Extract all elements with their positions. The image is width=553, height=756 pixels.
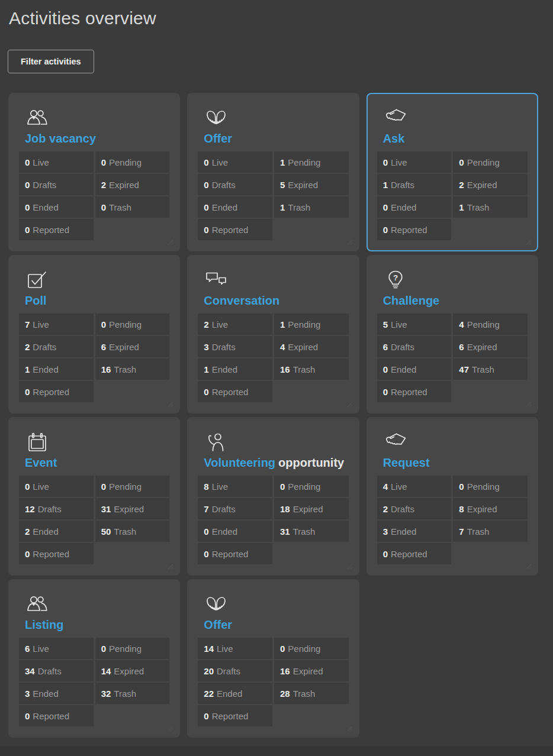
stat-cell-drafts[interactable]: 34Drafts <box>19 660 94 681</box>
stat-cell-trash[interactable]: 0Trash <box>95 196 170 218</box>
stat-cell-live[interactable]: 2Live <box>198 314 272 335</box>
stat-cell-live[interactable]: 14Live <box>198 638 272 659</box>
stat-cell-trash[interactable]: 50Trash <box>95 521 170 542</box>
stat-cell-pending[interactable]: 0Pending <box>95 151 170 173</box>
stat-cell-reported[interactable]: 0Reported <box>198 219 272 240</box>
stat-cell-reported[interactable]: 0Reported <box>377 219 452 240</box>
stat-cell-ended[interactable]: 0Ended <box>377 358 452 380</box>
card-title-link[interactable]: Challenge <box>383 293 528 308</box>
activity-card-offer[interactable]: Offer 0Live1Pending0Drafts5Expired0Ended… <box>187 93 359 251</box>
stat-cell-live[interactable]: 0Live <box>198 151 272 173</box>
stat-cell-drafts[interactable]: 12Drafts <box>19 498 94 519</box>
stat-cell-trash[interactable]: 1Trash <box>453 196 528 218</box>
stat-cell-trash[interactable]: 16Trash <box>95 358 170 380</box>
stat-cell-pending[interactable]: 0Pending <box>95 314 170 335</box>
card-title-link[interactable]: Offer <box>204 618 348 632</box>
stat-cell-trash[interactable]: 1Trash <box>274 196 349 218</box>
stat-cell-expired[interactable]: 31Expired <box>95 498 170 519</box>
stat-cell-drafts[interactable]: 2Drafts <box>19 336 94 357</box>
stat-cell-expired[interactable]: 2Expired <box>453 174 528 195</box>
stat-cell-expired[interactable]: 8Expired <box>453 498 528 519</box>
activity-card-ask[interactable]: Ask 0Live0Pending1Drafts2Expired0Ended1T… <box>366 93 538 251</box>
activity-card-poll[interactable]: Poll 7Live0Pending2Drafts6Expired1Ended1… <box>8 255 180 413</box>
stat-cell-ended[interactable]: 22Ended <box>198 683 272 704</box>
stat-cell-live[interactable]: 8Live <box>198 476 272 497</box>
card-title-link[interactable]: Offer <box>204 131 348 146</box>
activity-card-listing[interactable]: Listing 6Live0Pending34Drafts14Expired3E… <box>8 579 180 738</box>
activity-card-volunteering[interactable]: Volunteeringopportunity 8Live0Pending7Dr… <box>187 417 359 576</box>
stat-cell-live[interactable]: 6Live <box>19 638 94 659</box>
stat-cell-reported[interactable]: 0Reported <box>19 543 94 564</box>
stat-cell-drafts[interactable]: 7Drafts <box>198 498 272 519</box>
stat-cell-drafts[interactable]: 1Drafts <box>377 174 452 195</box>
stat-cell-expired[interactable]: 5Expired <box>274 174 349 195</box>
stat-cell-trash[interactable]: 16Trash <box>274 358 349 380</box>
stat-cell-live[interactable]: 4Live <box>377 476 452 497</box>
stat-cell-expired[interactable]: 2Expired <box>95 174 170 195</box>
activity-card-event[interactable]: Event 0Live0Pending12Drafts31Expired2End… <box>8 417 180 576</box>
stat-cell-expired[interactable]: 18Expired <box>274 498 349 519</box>
stat-cell-drafts[interactable]: 0Drafts <box>198 174 272 195</box>
stat-cell-ended[interactable]: 2Ended <box>19 521 94 542</box>
stat-cell-ended[interactable]: 3Ended <box>377 521 452 542</box>
stat-cell-trash[interactable]: 31Trash <box>274 521 349 542</box>
stat-cell-ended[interactable]: 0Ended <box>377 196 452 218</box>
stat-cell-expired[interactable]: 4Expired <box>274 336 349 357</box>
activity-card-request[interactable]: Request 4Live0Pending2Drafts8Expired3End… <box>366 417 538 576</box>
stat-cell-expired[interactable]: 16Expired <box>274 660 349 681</box>
stat-cell-reported[interactable]: 0Reported <box>19 219 94 240</box>
stat-cell-drafts[interactable]: 20Drafts <box>198 660 272 681</box>
stat-cell-pending[interactable]: 0Pending <box>95 476 170 497</box>
stat-cell-ended[interactable]: 3Ended <box>19 683 94 704</box>
stat-cell-reported[interactable]: 0Reported <box>19 381 94 402</box>
stat-cell-trash[interactable]: 32Trash <box>95 683 170 704</box>
stat-cell-pending[interactable]: 0Pending <box>453 151 528 173</box>
stat-cell-trash[interactable]: 28Trash <box>274 683 349 704</box>
stat-cell-drafts[interactable]: 3Drafts <box>198 336 272 357</box>
card-title-link[interactable]: Volunteeringopportunity <box>204 455 348 470</box>
stat-cell-drafts[interactable]: 6Drafts <box>377 336 452 357</box>
stat-cell-pending[interactable]: 1Pending <box>274 314 349 335</box>
stat-cell-ended[interactable]: 0Ended <box>198 521 272 542</box>
stat-cell-live[interactable]: 0Live <box>377 151 452 173</box>
stat-cell-reported[interactable]: 0Reported <box>19 705 94 726</box>
stat-cell-pending[interactable]: 4Pending <box>453 314 528 335</box>
stat-cell-drafts[interactable]: 0Drafts <box>19 174 94 195</box>
stat-cell-pending[interactable]: 0Pending <box>95 638 170 659</box>
stat-cell-ended[interactable]: 1Ended <box>19 358 94 380</box>
card-title-link[interactable]: Event <box>25 455 169 470</box>
stat-cell-pending[interactable]: 0Pending <box>274 638 349 659</box>
activity-card-offer[interactable]: Offer 14Live0Pending20Drafts16Expired22E… <box>187 579 359 738</box>
stat-cell-drafts[interactable]: 2Drafts <box>377 498 452 519</box>
stat-cell-expired[interactable]: 6Expired <box>95 336 170 357</box>
card-title-link[interactable]: Ask <box>383 131 528 146</box>
stat-cell-pending[interactable]: 0Pending <box>274 476 349 497</box>
stat-cell-expired[interactable]: 6Expired <box>453 336 528 357</box>
stat-cell-reported[interactable]: 0Reported <box>198 543 272 564</box>
stat-cell-live[interactable]: 0Live <box>19 151 94 173</box>
card-title-link[interactable]: Poll <box>25 293 169 308</box>
stat-cell-pending[interactable]: 0Pending <box>453 476 528 497</box>
stat-cell-pending[interactable]: 1Pending <box>274 151 349 173</box>
stat-cell-reported[interactable]: 0Reported <box>377 543 452 564</box>
stat-cell-live[interactable]: 5Live <box>377 314 452 335</box>
stat-cell-live[interactable]: 7Live <box>19 314 94 335</box>
card-title-link[interactable]: Job vacancy <box>25 131 169 146</box>
stat-cell-trash[interactable]: 47Trash <box>453 358 528 380</box>
stat-cell-live[interactable]: 0Live <box>19 476 94 497</box>
stat-cell-ended[interactable]: 1Ended <box>198 358 272 380</box>
filter-activities-button[interactable]: Filter activities <box>8 50 94 73</box>
stat-cell-ended[interactable]: 0Ended <box>198 196 272 218</box>
card-title-link[interactable]: Conversation <box>204 293 348 308</box>
stat-cell-reported[interactable]: 0Reported <box>377 381 452 402</box>
activity-card-challenge[interactable]: ? Challenge 5Live4Pending6Drafts6Expired… <box>366 255 538 413</box>
stat-cell-trash[interactable]: 7Trash <box>453 521 528 542</box>
stat-cell-reported[interactable]: 0Reported <box>198 381 272 402</box>
activity-card-conversation[interactable]: Conversation 2Live1Pending3Drafts4Expire… <box>187 255 359 413</box>
stat-cell-reported[interactable]: 0Reported <box>198 705 272 726</box>
stat-cell-ended[interactable]: 0Ended <box>19 196 94 218</box>
activity-card-job-vacancy[interactable]: Job vacancy 0Live0Pending0Drafts2Expired… <box>8 93 180 251</box>
stat-cell-expired[interactable]: 14Expired <box>95 660 170 681</box>
card-title-link[interactable]: Listing <box>25 618 169 632</box>
card-title-link[interactable]: Request <box>383 455 528 470</box>
